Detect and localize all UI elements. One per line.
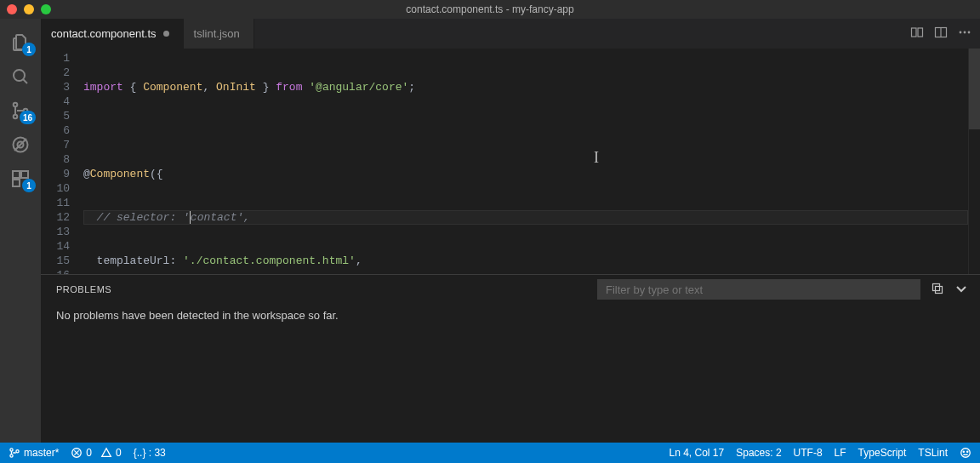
text-cursor-icon: I	[594, 151, 599, 165]
svg-point-27	[963, 451, 964, 452]
activity-extensions[interactable]: 1	[0, 162, 41, 196]
status-encoding[interactable]: UTF-8	[794, 447, 823, 459]
svg-point-21	[10, 454, 13, 457]
activity-scm[interactable]: 16	[0, 94, 41, 128]
more-actions-icon[interactable]	[958, 26, 971, 42]
status-bar: master* 0 0 {..} : 33 Ln 4, Col 17 Space…	[0, 443, 980, 463]
code-content[interactable]: import { Component, OnInit } from '@angu…	[83, 49, 968, 274]
activity-debug[interactable]	[0, 128, 41, 162]
svg-point-26	[961, 449, 971, 458]
modified-dot-icon	[163, 31, 169, 37]
svg-rect-10	[13, 180, 20, 186]
svg-rect-12	[918, 28, 923, 37]
activity-explorer[interactable]: 1	[0, 26, 41, 60]
scrollbar-thumb[interactable]	[969, 49, 980, 129]
window-titlebar: contact.component.ts - my-fancy-app	[0, 0, 980, 19]
window-controls	[7, 0, 51, 19]
status-feedback[interactable]	[960, 447, 971, 459]
svg-rect-18	[933, 283, 940, 290]
status-language[interactable]: TypeScript	[858, 447, 907, 459]
activity-extensions-badge: 1	[22, 179, 36, 192]
problems-filter-input[interactable]	[597, 279, 920, 300]
git-branch-icon	[9, 447, 20, 459]
status-tslint[interactable]: TSLint	[918, 447, 948, 459]
svg-point-22	[16, 450, 19, 453]
svg-point-15	[960, 31, 962, 34]
status-indent[interactable]: Spaces: 2	[736, 447, 781, 459]
activity-explorer-badge: 1	[22, 43, 36, 56]
activity-scm-badge: 16	[20, 111, 36, 124]
minimize-window-button[interactable]	[24, 4, 34, 14]
activity-search[interactable]	[0, 60, 41, 94]
svg-line-6	[14, 139, 26, 151]
svg-point-2	[14, 103, 18, 107]
maximize-window-button[interactable]	[41, 4, 51, 14]
svg-point-28	[967, 451, 968, 452]
svg-point-17	[968, 31, 971, 34]
compare-changes-icon[interactable]	[910, 26, 924, 42]
split-editor-icon[interactable]	[934, 26, 948, 42]
line-number-gutter: 1 2 3 4 5 6 7 8 9 10 11 12 13 14 15 16	[41, 49, 83, 274]
smiley-icon	[960, 447, 971, 459]
svg-point-3	[14, 115, 18, 119]
status-eol[interactable]: LF	[835, 447, 846, 459]
svg-point-20	[10, 449, 13, 451]
search-icon	[10, 66, 31, 87]
problems-panel: PROBLEMS No problems have	[41, 274, 980, 443]
svg-rect-8	[13, 171, 20, 178]
problems-message: No problems have been detected in the wo…	[41, 304, 980, 327]
status-branch[interactable]: master*	[9, 447, 59, 459]
status-errors[interactable]: 0 0	[71, 447, 121, 459]
svg-line-1	[23, 79, 27, 83]
svg-rect-11	[912, 28, 917, 37]
code-editor[interactable]: 1 2 3 4 5 6 7 8 9 10 11 12 13 14 15 16 i…	[41, 49, 980, 274]
tab-label: contact.component.ts	[51, 27, 157, 40]
editor-tabs: contact.component.ts tslint.json	[41, 19, 980, 49]
panel-chevron-down-icon[interactable]	[954, 282, 968, 298]
svg-rect-9	[21, 171, 28, 178]
no-bug-icon	[10, 134, 31, 155]
tab-tslint-json[interactable]: tslint.json	[184, 19, 254, 49]
warning-icon	[100, 447, 112, 459]
status-cursor[interactable]: Ln 4, Col 17	[669, 447, 725, 459]
svg-rect-19	[936, 286, 943, 293]
status-json-outline[interactable]: {..} : 33	[134, 447, 166, 459]
panel-tab-problems[interactable]: PROBLEMS	[56, 284, 111, 294]
svg-point-16	[964, 31, 966, 34]
tab-label: tslint.json	[194, 27, 240, 40]
close-window-button[interactable]	[7, 4, 17, 14]
collapse-all-icon[interactable]	[931, 282, 944, 298]
overview-ruler[interactable]	[968, 49, 980, 274]
window-title: contact.component.ts - my-fancy-app	[406, 3, 573, 15]
tab-contact-component[interactable]: contact.component.ts	[41, 19, 184, 49]
error-icon	[71, 447, 83, 459]
activity-bar: 1 16 1	[0, 19, 41, 443]
